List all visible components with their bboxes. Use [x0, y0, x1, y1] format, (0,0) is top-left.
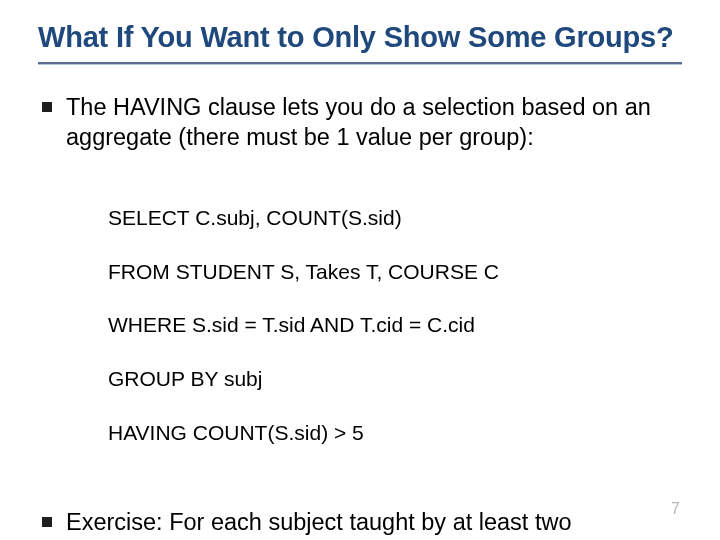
square-bullet-icon	[42, 517, 52, 527]
page-number: 7	[671, 500, 680, 518]
bullet-item: The HAVING clause lets you do a selectio…	[42, 93, 682, 152]
bullet-text: The HAVING clause lets you do a selectio…	[66, 93, 682, 152]
slide-body: The HAVING clause lets you do a selectio…	[38, 93, 682, 540]
title-rule	[38, 62, 682, 65]
bullet-item: Exercise: For each subject taught by at …	[42, 508, 682, 540]
code-line: HAVING COUNT(S.sid) > 5	[108, 420, 682, 447]
slide: What If You Want to Only Show Some Group…	[0, 0, 720, 540]
bullet-text: Exercise: For each subject taught by at …	[66, 508, 682, 540]
code-line: SELECT C.subj, COUNT(S.sid)	[108, 205, 682, 232]
code-line: GROUP BY subj	[108, 366, 682, 393]
code-line: WHERE S.sid = T.sid AND T.cid = C.cid	[108, 312, 682, 339]
sql-code-block: SELECT C.subj, COUNT(S.sid) FROM STUDENT…	[108, 178, 682, 474]
square-bullet-icon	[42, 102, 52, 112]
slide-title: What If You Want to Only Show Some Group…	[38, 20, 682, 54]
code-line: FROM STUDENT S, Takes T, COURSE C	[108, 259, 682, 286]
